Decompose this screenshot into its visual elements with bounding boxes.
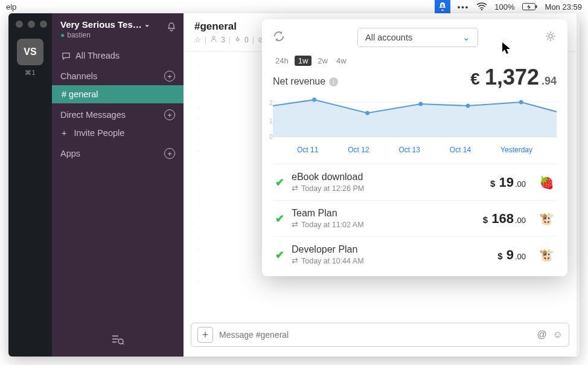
- x-tick: Oct 12: [348, 146, 369, 154]
- check-icon: ✔: [275, 248, 284, 262]
- value-decimal: .94: [542, 75, 557, 88]
- sidebar-item-label: # general: [62, 89, 98, 99]
- menubar-more-icon[interactable]: •••: [458, 2, 470, 11]
- workspace-shortcut: ⌘1: [25, 69, 35, 77]
- close-icon[interactable]: [16, 21, 23, 28]
- battery-icon: [522, 2, 538, 11]
- value-main: 1,372: [485, 65, 539, 90]
- tx-amount: $ 19.00: [490, 175, 526, 190]
- info-icon[interactable]: i: [329, 77, 338, 86]
- add-dm-icon[interactable]: +: [164, 109, 175, 120]
- tx-title: eBook download: [292, 172, 483, 182]
- menubar-dollar-bell-icon[interactable]: $: [435, 0, 450, 13]
- battery-percent: 100%: [494, 2, 514, 11]
- zoom-icon[interactable]: [40, 21, 47, 28]
- retweet-icon: ⇄: [292, 220, 298, 229]
- pin-icon[interactable]: [234, 36, 241, 44]
- tx-emoji: 🍓: [539, 175, 554, 190]
- macos-menubar: elp $ ••• 100% Mon 23:59: [0, 0, 588, 13]
- svg-point-4: [118, 339, 123, 344]
- metric-label: Net revenue: [273, 76, 325, 87]
- workspace-title[interactable]: Very Serious Tes…: [60, 19, 142, 30]
- x-tick: Oct 13: [399, 146, 420, 154]
- members-icon[interactable]: [210, 35, 217, 44]
- message-input[interactable]: [219, 330, 531, 340]
- svg-rect-3: [535, 5, 537, 8]
- tx-amount: $ 168.00: [483, 211, 526, 227]
- tx-time: Today at 11:02 AM: [301, 221, 364, 229]
- x-tick: Yesterday: [500, 146, 532, 154]
- svg-point-5: [213, 36, 215, 39]
- refresh-icon[interactable]: [273, 30, 285, 45]
- gear-icon[interactable]: [545, 30, 557, 45]
- window-controls[interactable]: [16, 17, 47, 39]
- tx-title: Team Plan: [292, 208, 476, 219]
- members-count[interactable]: 3: [221, 36, 225, 44]
- workspace-badge[interactable]: VS: [17, 39, 43, 65]
- range-24h[interactable]: 24h: [273, 56, 291, 66]
- transaction-list: ✔ eBook download ⇄Today at 12:26 PM $ 19…: [273, 164, 557, 273]
- x-tick: Oct 14: [450, 146, 471, 154]
- chevron-down-icon[interactable]: ⌄: [144, 21, 150, 28]
- tx-emoji: 🐮: [539, 248, 554, 262]
- currency-symbol: €: [470, 69, 480, 89]
- svg-point-10: [312, 98, 316, 102]
- presence-dot-icon: ●: [60, 31, 65, 39]
- attach-button[interactable]: +: [197, 327, 213, 343]
- transaction-row[interactable]: ✔ Developer Plan ⇄Today at 10:44 AM $ 9.…: [273, 237, 557, 273]
- sidebar-section-label: Apps: [60, 149, 80, 158]
- emoji-icon[interactable]: ☺: [553, 329, 563, 340]
- tx-amount: $ 9.00: [497, 247, 526, 263]
- add-channel-icon[interactable]: +: [164, 71, 175, 82]
- sidebar-item-label: Invite People: [74, 128, 125, 138]
- accounts-dropdown[interactable]: All accounts ⌄: [357, 28, 478, 47]
- mouse-cursor-icon: [502, 42, 511, 57]
- sidebar-channels-header[interactable]: Channels +: [52, 65, 184, 85]
- channel-sidebar: Very Serious Tes… ⌄ ● bastien All Thread…: [52, 13, 184, 357]
- sidebar-invite-people[interactable]: + Invite People: [52, 124, 184, 142]
- add-app-icon[interactable]: +: [164, 148, 175, 159]
- star-icon[interactable]: ☆: [194, 36, 201, 44]
- sidebar-section-label: Direct Messages: [60, 110, 126, 120]
- sidebar-all-threads[interactable]: All Threads: [52, 47, 184, 65]
- range-1w[interactable]: 1w: [295, 56, 312, 66]
- chart-x-axis: Oct 11 Oct 12 Oct 13 Oct 14 Yesterday: [273, 143, 557, 154]
- notifications-bell-icon[interactable]: [167, 22, 176, 34]
- x-tick: Oct 11: [297, 146, 318, 154]
- range-4w[interactable]: 4w: [334, 56, 349, 66]
- message-composer[interactable]: + @ ☺: [191, 323, 569, 347]
- sidebar-dms-header[interactable]: Direct Messages +: [52, 103, 184, 124]
- check-icon: ✔: [275, 212, 284, 225]
- menubar-help[interactable]: elp: [6, 2, 435, 11]
- transaction-row[interactable]: ✔ Team Plan ⇄Today at 11:02 AM $ 168.00 …: [273, 201, 557, 237]
- retweet-icon: ⇄: [292, 184, 298, 193]
- tx-time: Today at 10:44 AM: [301, 257, 364, 265]
- jump-to-icon[interactable]: [112, 335, 124, 348]
- svg-text:$: $: [441, 4, 444, 8]
- minimize-icon[interactable]: [28, 21, 35, 28]
- tx-title: Developer Plan: [292, 244, 490, 255]
- tx-emoji: 🐮: [539, 212, 554, 226]
- mention-icon[interactable]: @: [537, 329, 546, 340]
- wifi-icon[interactable]: [476, 2, 487, 11]
- svg-point-13: [466, 104, 470, 108]
- range-2w[interactable]: 2w: [315, 56, 330, 66]
- revenue-chart[interactable]: 2 1 0 Oct 11 Oct 12 Oct 13 Oct 14 Yester…: [273, 95, 557, 161]
- pins-count[interactable]: 0: [244, 36, 249, 44]
- retweet-icon: ⇄: [292, 256, 298, 265]
- sidebar-item-label: All Threads: [75, 51, 120, 60]
- metric-value: € 1,372.94: [470, 65, 557, 90]
- workspace-rail: VS ⌘1: [8, 13, 52, 357]
- revenue-popup: All accounts ⌄ 24h 1w 2w 4w Net revenue …: [262, 19, 567, 276]
- threads-icon: [62, 51, 71, 60]
- dropdown-label: All accounts: [365, 33, 412, 42]
- sidebar-apps-header[interactable]: Apps +: [52, 142, 184, 163]
- svg-point-11: [365, 111, 369, 115]
- transaction-row[interactable]: ✔ eBook download ⇄Today at 12:26 PM $ 19…: [273, 164, 557, 201]
- sidebar-section-label: Channels: [60, 71, 97, 81]
- chevron-down-icon: ⌄: [462, 33, 470, 42]
- sidebar-channel-general[interactable]: # general: [52, 85, 184, 103]
- svg-point-14: [519, 100, 523, 105]
- workspace-user[interactable]: bastien: [67, 31, 91, 39]
- menubar-clock[interactable]: Mon 23:59: [545, 2, 582, 11]
